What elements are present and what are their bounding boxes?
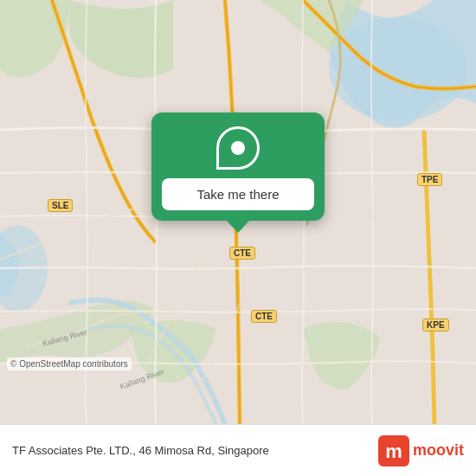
bottom-bar: TF Associates Pte. LTD., 46 Mimosa Rd, S… — [0, 424, 476, 476]
road-label-tpe: TPE — [417, 173, 442, 186]
moovit-brand-text: moovit — [413, 441, 464, 460]
road-label-cte1: CTE — [229, 247, 255, 260]
address-text: TF Associates Pte. LTD., 46 Mimosa Rd, S… — [12, 444, 378, 457]
map-container: Kallang River Kallang River SLE CTE CTE … — [0, 0, 476, 424]
road-label-kpe: KPE — [422, 318, 449, 331]
road-label-sle: SLE — [48, 199, 73, 212]
svg-text:m: m — [385, 441, 402, 462]
copyright-text: © OpenStreetMap contributors — [7, 357, 132, 370]
road-label-cte2: CTE — [251, 310, 277, 323]
location-pin-icon — [216, 126, 260, 170]
take-me-there-button[interactable]: Take me there — [162, 178, 314, 210]
moovit-icon: m — [378, 435, 409, 466]
location-pin-wrapper — [208, 118, 269, 179]
popup-card: Take me there — [151, 113, 325, 221]
moovit-logo: m moovit — [378, 435, 464, 466]
popup-icon-area — [151, 113, 325, 178]
